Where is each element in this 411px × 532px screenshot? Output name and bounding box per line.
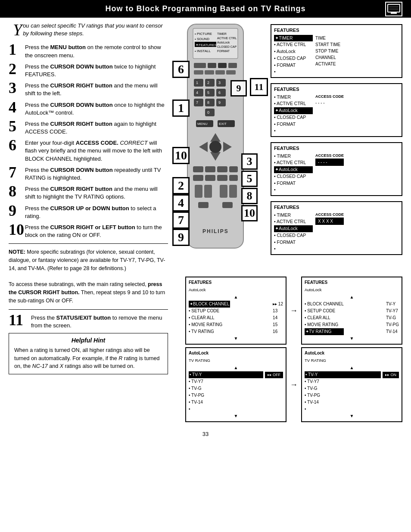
svg-rect-33 [194,89,203,96]
step-10-number: 10 [9,222,25,237]
svg-text:TIMER: TIMER [217,32,227,35]
svg-text:0: 0 [207,110,209,115]
page-number: 33 [0,426,411,442]
stop-time-label: STOP TIME [315,48,340,54]
overlay-5: 5 [241,171,258,187]
svg-rect-69 [222,202,233,208]
bottom-section: FEATURES AutoLock ▲ ✦BLOCK CHANNEL • SET… [172,277,402,422]
autolock-box-2-arrow-down: ▼ [305,335,399,342]
menu-item-bullet-2: • [274,128,313,134]
svg-rect-56 [193,166,203,172]
menu-item-autolock-selected-3: ✦AutoLock [274,166,313,173]
menu-item-autolock-selected-2: ✦AutoLock [274,107,313,114]
overlay-8: 8 [241,188,258,204]
menu-item-closed-cap-3: • CLOSED CAP [274,173,313,180]
main-content: Y ou can select specific TV ratings that… [0,18,411,426]
arrow-between-tvrating: → [290,347,298,422]
divider-2 [9,309,168,310]
svg-text:5: 5 [207,90,209,95]
autolock-box-1-nums: ▸▸ 12 13 14 15 16 [273,301,283,335]
overlay-9b: 9 [230,80,247,96]
menu-box-4: FEATURES • TIMER • ACTIVE CTRL ✦AutoLock… [271,201,402,255]
svg-rect-57 [205,166,215,172]
autolock-clear-all: • CLEAR ALL [189,314,230,321]
tvrating-on-tv14: • TV-14 [305,399,399,406]
svg-rect-31 [216,79,226,87]
step-5-number: 5 [9,118,25,134]
svg-rect-63 [229,175,238,181]
menu-item-timer-2: • TIMER [274,94,313,101]
step-10-text: Press the CURSOR RIGHT or LEFT button to… [25,224,168,239]
svg-text:• PICTURE: • PICTURE [195,32,212,36]
autolock-box-2-items: • BLOCK CHANNEL • SETUP CODE • CLEAR ALL… [305,301,344,335]
step-10: 10 Press the CURSOR RIGHT or LEFT button… [9,224,168,239]
val-tvy: TV-Y [386,301,399,308]
svg-text:EXIT: EXIT [219,122,227,126]
svg-text:AutoLock: AutoLock [217,41,230,44]
step-2: 2 Press the CURSOR DOWN button twice to … [9,63,168,78]
autolock-box-2-title: FEATURES [305,279,399,286]
intro-paragraph: Y ou can select specific TV ratings that… [9,22,168,37]
num-15: 15 [273,321,283,328]
svg-rect-66 [220,185,227,198]
svg-rect-60 [193,175,203,181]
access-code-box-4: X X X X [315,218,344,225]
svg-rect-61 [205,175,215,181]
overlay-6: 6 [172,61,190,78]
step-6: 6 Enter your four-digit ACCESS CODE. COR… [9,139,168,163]
menu-item-timer-4: • TIMER [274,212,313,219]
overlay-11: 11 [250,78,268,96]
menu-item-format-3: • FORMAT [274,180,313,187]
page-header: How to Block Programming Based on TV Rat… [0,0,411,18]
tvrating-off-tvg: • TV-G [189,385,283,392]
time-label: TIME [315,35,340,41]
autolock-box-1-content: ✦BLOCK CHANNEL • SETUP CODE • CLEAR ALL … [189,301,283,335]
left-column: Y ou can select specific TV ratings that… [9,22,168,422]
autolock-box-2-content: • BLOCK CHANNEL • SETUP CODE • CLEAR ALL… [305,301,399,335]
svg-rect-65 [204,185,212,198]
menu-item-format-1: • FORMAT [274,62,313,69]
tvrating-on-title: AutoLock [305,350,399,357]
svg-rect-35 [205,89,215,96]
svg-rect-18 [194,63,206,68]
menu-box-4-title: FEATURES [274,204,399,211]
svg-text:3: 3 [218,81,221,85]
svg-text:• SOUND: • SOUND [195,37,209,41]
step-8: 8 Press the CURSOR RIGHT button and the … [9,185,168,201]
svg-text:1: 1 [196,81,198,85]
autolock-block-channel: ✦BLOCK CHANNEL [189,301,230,308]
overlay-9: 9 [172,229,190,246]
menu-box-2-left: • TIMER • ACTIVE CTRL ✦AutoLock • CLOSED… [274,94,313,135]
overlay-1: 1 [172,100,190,117]
menu-box-4-cols: • TIMER • ACTIVE CTRL ✦AutoLock • CLOSED… [274,212,399,253]
svg-text:9: 9 [218,100,221,105]
svg-rect-41 [205,99,215,106]
step-9-text: Press the CURSOR UP or DOWN button to se… [25,205,168,220]
svg-text:✦FEATURES: ✦FEATURES [196,43,217,47]
header-title: How to Block Programming Based on TV Rat… [105,4,305,13]
step-7-number: 7 [9,165,25,180]
menu-item-timer-selected: ✦TIMER [274,35,313,42]
menu-box-3-title: FEATURES [274,145,399,152]
step-1-text: Press the MENU button on the remote cont… [25,44,168,59]
val-tv14: TV-14 [386,328,399,335]
step-11-number: 11 [9,312,31,328]
step-6-text: Enter your four-digit ACCESS CODE. CORRE… [25,139,168,163]
tvrating-on-tvy: • TV-Y [305,371,381,378]
svg-rect-21 [228,63,237,68]
val-tvy7: TV-Y7 [386,308,399,314]
svg-rect-58 [217,166,227,172]
menu-box-1: FEATURES ✦TIMER • ACTIVE CTRL • AutoLock… [271,24,402,78]
svg-rect-29 [205,79,215,87]
num-12: ▸▸ 12 [273,301,283,308]
step-5: 5 Press the CURSOR RIGHT button again to… [9,120,168,136]
menu-item-autolock-selected-4: ✦AutoLock [274,225,313,232]
tvrating-off-tvpg: • TV-PG [189,392,283,399]
svg-rect-1 [391,12,397,14]
menu-boxes-area: FEATURES ✦TIMER • ACTIVE CTRL • AutoLock… [271,22,402,273]
step-2-text: Press the CURSOR DOWN button twice to hi… [25,63,168,78]
menu-box-1-left: ✦TIMER • ACTIVE CTRL • AutoLock • CLOSED… [274,35,313,76]
svg-rect-20 [218,63,227,68]
step-5-text: Press the CURSOR RIGHT button again to h… [25,120,168,136]
svg-text:6: 6 [218,90,221,95]
